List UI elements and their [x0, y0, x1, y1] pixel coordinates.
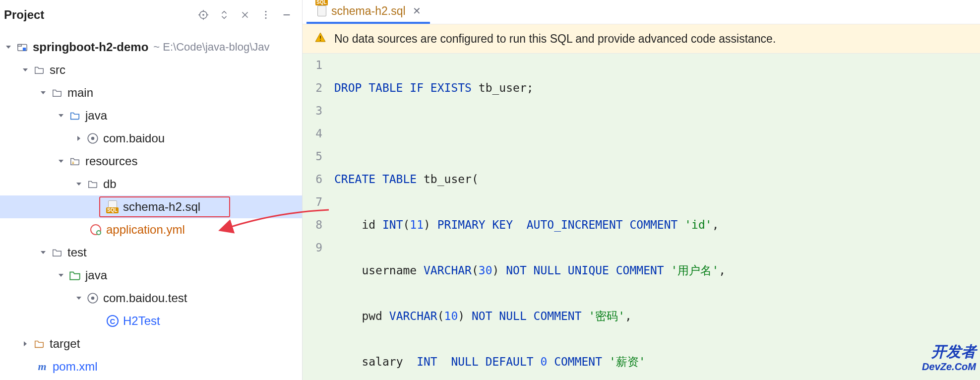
tab-label: schema-h2.sql	[331, 4, 406, 18]
collapse-all-icon[interactable]	[235, 4, 255, 25]
tree-label: H2Test	[123, 314, 160, 328]
test-source-folder-icon	[68, 269, 81, 282]
tree-path-hint: ~ E:\Code\java-blog\Jav	[153, 41, 269, 54]
svg-point-11	[91, 297, 95, 300]
chevron-down-icon[interactable]	[56, 112, 66, 120]
code-editor[interactable]: 1 2 3 4 5 6 7 8 9 DROP TABLE IF EXISTS t…	[303, 54, 980, 380]
svg-rect-12	[320, 36, 321, 39]
tree-node-java-main[interactable]: java	[0, 104, 302, 127]
editor-tabs: SQL schema-h2.sql ✕	[303, 0, 980, 24]
editor-content[interactable]: DROP TABLE IF EXISTS tb_user; CREATE TAB…	[330, 54, 980, 380]
tree-label: main	[67, 86, 93, 100]
editor-gutter: 1 2 3 4 5 6 7 8 9	[303, 54, 330, 380]
tree-node-application-yml[interactable]: application.yml	[0, 218, 302, 241]
tree-node-db[interactable]: db	[0, 173, 302, 195]
resources-folder-icon	[68, 155, 81, 168]
datasource-warning-banner[interactable]: No data sources are configured to run th…	[303, 24, 980, 54]
svg-point-3	[265, 14, 267, 16]
package-icon	[86, 292, 99, 305]
chevron-down-icon[interactable]	[56, 271, 66, 279]
tree-node-schema-sql[interactable]: SQL schema-h2.sql	[0, 195, 302, 218]
folder-icon	[51, 246, 63, 259]
line-number: 2	[303, 76, 322, 99]
tree-node-target[interactable]: target	[0, 332, 302, 355]
project-tool-window: Project	[0, 0, 303, 380]
line-number: 5	[303, 145, 322, 168]
warning-icon	[314, 31, 326, 46]
tree-label: application.yml	[106, 223, 185, 237]
minimize-icon[interactable]	[276, 4, 297, 25]
tree-node-package-test[interactable]: com.baidou.test	[0, 287, 302, 310]
tree-label: test	[67, 246, 87, 259]
maven-icon: m	[36, 360, 49, 373]
spring-config-icon	[89, 223, 102, 236]
tree-node-resources[interactable]: resources	[0, 150, 302, 173]
svg-rect-7	[23, 48, 26, 51]
tree-node-project-root[interactable]: springboot-h2-demo ~ E:\Code\java-blog\J…	[0, 36, 302, 59]
svg-point-1	[202, 14, 204, 16]
tree-label: src	[50, 63, 65, 77]
project-view-title[interactable]: Project	[4, 8, 44, 22]
chevron-down-icon[interactable]	[38, 249, 49, 256]
folder-icon	[33, 63, 46, 76]
svg-point-4	[265, 17, 267, 19]
tree-node-main[interactable]: main	[0, 81, 302, 104]
folder-icon	[86, 178, 99, 190]
tree-node-package-main[interactable]: com.baidou	[0, 127, 302, 150]
tree-label: target	[50, 337, 80, 351]
tree-label: resources	[85, 154, 137, 168]
sql-file-icon: SQL	[106, 200, 119, 213]
source-folder-icon	[68, 109, 81, 122]
tree-label: com.baidou	[103, 131, 165, 145]
tree-label: com.baidou.test	[103, 291, 187, 305]
tree-label: pom.xml	[53, 360, 98, 374]
package-icon	[86, 132, 99, 145]
chevron-down-icon[interactable]	[73, 180, 84, 188]
chevron-down-icon[interactable]	[3, 43, 14, 51]
tree-node-src[interactable]: src	[0, 59, 302, 81]
chevron-down-icon[interactable]	[73, 294, 84, 302]
sql-file-icon: SQL	[315, 5, 326, 16]
svg-point-2	[265, 11, 267, 12]
tree-label: java	[85, 268, 107, 282]
banner-text: No data sources are configured to run th…	[334, 32, 776, 46]
line-number: 9	[303, 236, 322, 259]
tree-node-pom[interactable]: m pom.xml	[0, 355, 302, 378]
line-number: 1	[303, 54, 322, 76]
svg-rect-6	[18, 45, 21, 47]
project-icon	[16, 41, 29, 54]
project-header: Project	[0, 0, 302, 30]
chevron-right-icon[interactable]	[73, 134, 84, 142]
tree-label: java	[85, 109, 107, 123]
editor-tab-schema-sql[interactable]: SQL schema-h2.sql ✕	[306, 0, 430, 24]
project-tree[interactable]: springboot-h2-demo ~ E:\Code\java-blog\J…	[0, 30, 302, 380]
expand-collapse-icon[interactable]	[214, 4, 235, 25]
excluded-folder-icon	[33, 337, 46, 350]
chevron-down-icon[interactable]	[38, 89, 49, 97]
editor-area: SQL schema-h2.sql ✕ No data sources are …	[303, 0, 980, 380]
tree-label: schema-h2.sql	[123, 200, 200, 214]
class-icon: C	[106, 315, 119, 327]
chevron-down-icon[interactable]	[56, 157, 66, 165]
folder-icon	[51, 86, 63, 99]
tree-label: springboot-h2-demo	[33, 40, 148, 54]
tree-node-test[interactable]: test	[0, 241, 302, 264]
locate-icon[interactable]	[193, 4, 214, 25]
chevron-right-icon[interactable]	[20, 340, 31, 348]
svg-rect-13	[320, 40, 321, 41]
tree-node-java-test[interactable]: java	[0, 264, 302, 287]
close-icon[interactable]: ✕	[413, 5, 421, 17]
line-number: 8	[303, 213, 322, 236]
tree-label: db	[103, 177, 117, 191]
line-number: 3	[303, 99, 322, 122]
line-number: 7	[303, 190, 322, 213]
chevron-down-icon[interactable]	[20, 66, 31, 74]
svg-point-9	[91, 137, 95, 140]
line-number: 4	[303, 122, 322, 145]
line-number: 6	[303, 168, 322, 190]
tree-node-h2test-class[interactable]: C H2Test	[0, 310, 302, 332]
options-icon[interactable]	[255, 4, 276, 25]
